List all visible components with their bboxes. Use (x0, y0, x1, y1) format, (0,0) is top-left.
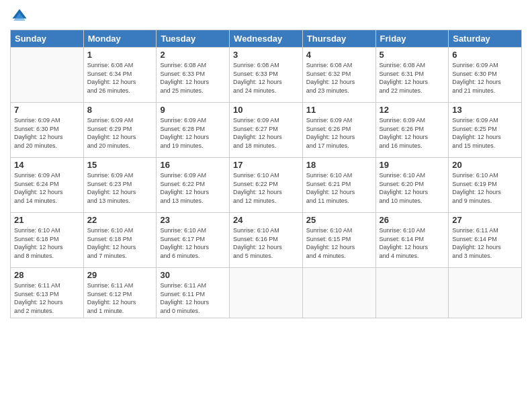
day-info: Sunrise: 6:10 AM Sunset: 6:17 PM Dayligh… (160, 226, 226, 260)
day-number: 10 (233, 105, 299, 115)
day-number: 14 (14, 160, 80, 170)
calendar-cell (230, 268, 303, 318)
calendar-cell: 3Sunrise: 6:08 AM Sunset: 6:33 PM Daylig… (230, 48, 303, 103)
calendar-cell: 13Sunrise: 6:09 AM Sunset: 6:25 PM Dayli… (449, 103, 522, 158)
day-info: Sunrise: 6:08 AM Sunset: 6:31 PM Dayligh… (380, 61, 445, 95)
calendar-header-wednesday: Wednesday (230, 30, 303, 48)
day-info: Sunrise: 6:09 AM Sunset: 6:26 PM Dayligh… (306, 116, 372, 150)
calendar-week-4: 21Sunrise: 6:10 AM Sunset: 6:18 PM Dayli… (11, 213, 522, 268)
day-info: Sunrise: 6:09 AM Sunset: 6:29 PM Dayligh… (87, 116, 153, 150)
day-number: 8 (87, 105, 153, 115)
logo-icon (10, 7, 29, 26)
calendar-cell (449, 268, 522, 318)
calendar-week-5: 28Sunrise: 6:11 AM Sunset: 6:13 PM Dayli… (11, 268, 522, 318)
day-info: Sunrise: 6:09 AM Sunset: 6:23 PM Dayligh… (87, 171, 153, 205)
day-number: 15 (87, 160, 153, 170)
day-info: Sunrise: 6:09 AM Sunset: 6:30 PM Dayligh… (452, 61, 518, 95)
calendar-cell (302, 268, 375, 318)
day-info: Sunrise: 6:10 AM Sunset: 6:20 PM Dayligh… (380, 171, 445, 205)
day-number: 29 (87, 270, 153, 280)
calendar-cell: 8Sunrise: 6:09 AM Sunset: 6:29 PM Daylig… (83, 103, 157, 158)
calendar-header-thursday: Thursday (302, 30, 375, 48)
day-info: Sunrise: 6:08 AM Sunset: 6:32 PM Dayligh… (306, 61, 372, 95)
day-info: Sunrise: 6:09 AM Sunset: 6:25 PM Dayligh… (452, 116, 518, 150)
day-info: Sunrise: 6:11 AM Sunset: 6:11 PM Dayligh… (160, 281, 226, 315)
day-number: 20 (452, 160, 518, 170)
day-number: 26 (380, 215, 445, 225)
day-number: 16 (160, 160, 226, 170)
day-number: 3 (233, 50, 299, 60)
calendar-cell: 20Sunrise: 6:10 AM Sunset: 6:19 PM Dayli… (449, 158, 522, 213)
day-number: 1 (87, 50, 153, 60)
day-info: Sunrise: 6:08 AM Sunset: 6:33 PM Dayligh… (233, 61, 299, 95)
day-number: 22 (87, 215, 153, 225)
calendar-cell: 9Sunrise: 6:09 AM Sunset: 6:28 PM Daylig… (157, 103, 230, 158)
day-number: 24 (233, 215, 299, 225)
day-info: Sunrise: 6:10 AM Sunset: 6:14 PM Dayligh… (380, 226, 445, 260)
calendar-cell: 26Sunrise: 6:10 AM Sunset: 6:14 PM Dayli… (375, 213, 449, 268)
calendar-cell: 27Sunrise: 6:11 AM Sunset: 6:14 PM Dayli… (449, 213, 522, 268)
day-info: Sunrise: 6:10 AM Sunset: 6:18 PM Dayligh… (87, 226, 153, 260)
day-number: 4 (306, 50, 372, 60)
day-info: Sunrise: 6:09 AM Sunset: 6:28 PM Dayligh… (160, 116, 226, 150)
logo (10, 7, 32, 26)
day-info: Sunrise: 6:11 AM Sunset: 6:12 PM Dayligh… (87, 281, 153, 315)
day-number: 18 (306, 160, 372, 170)
calendar-cell: 25Sunrise: 6:10 AM Sunset: 6:15 PM Dayli… (302, 213, 375, 268)
day-info: Sunrise: 6:10 AM Sunset: 6:16 PM Dayligh… (233, 226, 299, 260)
header (10, 7, 522, 26)
calendar-header-row: SundayMondayTuesdayWednesdayThursdayFrid… (11, 30, 522, 48)
day-number: 25 (306, 215, 372, 225)
calendar-cell: 10Sunrise: 6:09 AM Sunset: 6:27 PM Dayli… (230, 103, 303, 158)
day-info: Sunrise: 6:11 AM Sunset: 6:14 PM Dayligh… (452, 226, 518, 260)
calendar-cell: 5Sunrise: 6:08 AM Sunset: 6:31 PM Daylig… (375, 48, 449, 103)
calendar-cell: 7Sunrise: 6:09 AM Sunset: 6:30 PM Daylig… (11, 103, 84, 158)
day-number: 11 (306, 105, 372, 115)
calendar-cell (11, 48, 84, 103)
calendar-cell: 28Sunrise: 6:11 AM Sunset: 6:13 PM Dayli… (11, 268, 84, 318)
calendar-cell: 24Sunrise: 6:10 AM Sunset: 6:16 PM Dayli… (230, 213, 303, 268)
calendar-cell: 22Sunrise: 6:10 AM Sunset: 6:18 PM Dayli… (83, 213, 157, 268)
calendar-cell: 2Sunrise: 6:08 AM Sunset: 6:33 PM Daylig… (157, 48, 230, 103)
day-number: 21 (14, 215, 80, 225)
calendar-cell: 17Sunrise: 6:10 AM Sunset: 6:22 PM Dayli… (230, 158, 303, 213)
day-info: Sunrise: 6:08 AM Sunset: 6:34 PM Dayligh… (87, 61, 153, 95)
calendar-cell: 4Sunrise: 6:08 AM Sunset: 6:32 PM Daylig… (302, 48, 375, 103)
day-info: Sunrise: 6:10 AM Sunset: 6:21 PM Dayligh… (306, 171, 372, 205)
calendar-cell: 1Sunrise: 6:08 AM Sunset: 6:34 PM Daylig… (83, 48, 157, 103)
calendar-week-2: 7Sunrise: 6:09 AM Sunset: 6:30 PM Daylig… (11, 103, 522, 158)
day-info: Sunrise: 6:10 AM Sunset: 6:19 PM Dayligh… (452, 171, 518, 205)
calendar-cell: 16Sunrise: 6:09 AM Sunset: 6:22 PM Dayli… (157, 158, 230, 213)
day-info: Sunrise: 6:09 AM Sunset: 6:27 PM Dayligh… (233, 116, 299, 150)
day-number: 23 (160, 215, 226, 225)
day-info: Sunrise: 6:10 AM Sunset: 6:22 PM Dayligh… (233, 171, 299, 205)
calendar-week-3: 14Sunrise: 6:09 AM Sunset: 6:24 PM Dayli… (11, 158, 522, 213)
day-info: Sunrise: 6:09 AM Sunset: 6:26 PM Dayligh… (380, 116, 445, 150)
calendar-header-monday: Monday (83, 30, 157, 48)
day-info: Sunrise: 6:09 AM Sunset: 6:24 PM Dayligh… (14, 171, 80, 205)
calendar-cell: 15Sunrise: 6:09 AM Sunset: 6:23 PM Dayli… (83, 158, 157, 213)
calendar-cell: 19Sunrise: 6:10 AM Sunset: 6:20 PM Dayli… (375, 158, 449, 213)
day-info: Sunrise: 6:11 AM Sunset: 6:13 PM Dayligh… (14, 281, 80, 315)
day-number: 9 (160, 105, 226, 115)
calendar-cell: 30Sunrise: 6:11 AM Sunset: 6:11 PM Dayli… (157, 268, 230, 318)
day-number: 19 (380, 160, 445, 170)
calendar-cell (375, 268, 449, 318)
day-number: 17 (233, 160, 299, 170)
day-number: 27 (452, 215, 518, 225)
calendar-header-saturday: Saturday (449, 30, 522, 48)
day-number: 7 (14, 105, 80, 115)
calendar-week-1: 1Sunrise: 6:08 AM Sunset: 6:34 PM Daylig… (11, 48, 522, 103)
page: SundayMondayTuesdayWednesdayThursdayFrid… (0, 0, 532, 411)
day-number: 12 (380, 105, 445, 115)
calendar-cell: 14Sunrise: 6:09 AM Sunset: 6:24 PM Dayli… (11, 158, 84, 213)
day-number: 13 (452, 105, 518, 115)
calendar-cell: 6Sunrise: 6:09 AM Sunset: 6:30 PM Daylig… (449, 48, 522, 103)
calendar-header-friday: Friday (375, 30, 449, 48)
day-info: Sunrise: 6:08 AM Sunset: 6:33 PM Dayligh… (160, 61, 226, 95)
calendar-cell: 23Sunrise: 6:10 AM Sunset: 6:17 PM Dayli… (157, 213, 230, 268)
day-number: 6 (452, 50, 518, 60)
day-info: Sunrise: 6:09 AM Sunset: 6:22 PM Dayligh… (160, 171, 226, 205)
day-number: 30 (160, 270, 226, 280)
calendar-header-sunday: Sunday (11, 30, 84, 48)
